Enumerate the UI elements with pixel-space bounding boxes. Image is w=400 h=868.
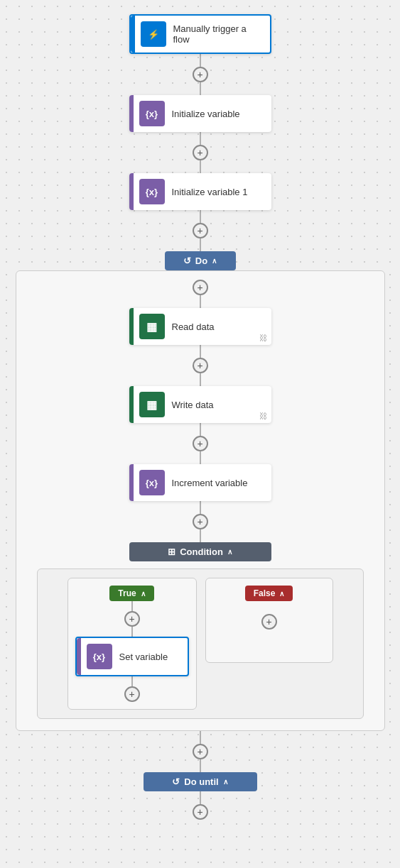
- false-label: False: [254, 588, 276, 598]
- write-data-card[interactable]: ▦ Write data ⛓: [129, 386, 271, 423]
- init-var-1-icon: {x}: [139, 179, 165, 204]
- do-loop-icon: ↺: [183, 256, 191, 266]
- true-connector-1: +: [124, 601, 140, 637]
- add-false-step-1[interactable]: +: [261, 614, 277, 630]
- true-branch-header[interactable]: True ∧: [109, 586, 153, 601]
- condition-chevron: ∧: [227, 548, 232, 556]
- read-data-link-icon: ⛓: [259, 334, 267, 342]
- connector-final: +: [193, 791, 208, 820]
- increment-var-label: Increment variable: [172, 478, 271, 488]
- set-variable-card[interactable]: {x} Set variable: [75, 637, 189, 676]
- trigger-icon: ⚡: [141, 21, 166, 47]
- connector-after-do: +: [193, 731, 208, 772]
- write-data-icon: ▦: [139, 392, 165, 417]
- set-var-accent: [77, 638, 81, 675]
- connector-3: +: [193, 210, 208, 251]
- add-do-step-1[interactable]: +: [193, 280, 208, 295]
- add-true-step-1[interactable]: +: [124, 611, 140, 627]
- trigger-accent: [131, 16, 135, 53]
- add-do-step-3[interactable]: +: [193, 436, 208, 451]
- init-variable-card[interactable]: {x} Initialize variable: [129, 95, 271, 132]
- read-data-card[interactable]: ▦ Read data ⛓: [129, 308, 271, 345]
- add-step-final[interactable]: +: [193, 804, 208, 820]
- do-block-header[interactable]: ↺ Do ∧: [165, 251, 236, 270]
- add-do-step-4[interactable]: +: [193, 514, 208, 529]
- false-branch: False ∧ +: [205, 578, 333, 663]
- do-until-icon: ↺: [172, 776, 180, 787]
- false-branch-header[interactable]: False ∧: [245, 586, 293, 601]
- do-label: Do: [195, 256, 207, 266]
- init-var-accent: [129, 95, 134, 132]
- add-step-2[interactable]: +: [193, 145, 208, 160]
- condition-icon: ⊞: [168, 546, 175, 557]
- false-connector-1: +: [261, 614, 277, 630]
- connector-1: +: [193, 54, 208, 95]
- init-var-label: Initialize variable: [172, 109, 271, 119]
- do-block-container: + ▦ Read data ⛓ + ▦ Write data ⛓: [16, 270, 385, 731]
- set-var-icon: {x}: [87, 644, 112, 669]
- do-until-header[interactable]: ↺ Do until ∧: [144, 772, 257, 791]
- do-until-chevron: ∧: [223, 778, 228, 786]
- trigger-card[interactable]: ⚡ Manually trigger a flow: [129, 14, 271, 54]
- do-connector-3: +: [193, 423, 208, 464]
- true-connector-2: +: [124, 676, 140, 702]
- write-data-accent: [129, 386, 134, 423]
- trigger-label: Manually trigger a flow: [173, 23, 270, 45]
- add-step-3[interactable]: +: [193, 223, 208, 238]
- do-connector-4: +: [193, 501, 208, 542]
- increment-var-accent: [129, 464, 134, 501]
- do-connector-1: +: [193, 280, 208, 308]
- increment-var-icon: {x}: [139, 470, 165, 495]
- init-var-icon: {x}: [139, 101, 165, 126]
- true-branch: True ∧ + {x} Set variable: [67, 578, 197, 710]
- add-step-1[interactable]: +: [193, 67, 208, 82]
- condition-label: Condition: [180, 546, 223, 557]
- connector-2: +: [193, 132, 208, 173]
- add-true-step-2[interactable]: +: [124, 686, 140, 702]
- write-data-label: Write data: [172, 400, 271, 410]
- increment-variable-card[interactable]: {x} Increment variable: [129, 464, 271, 501]
- write-data-link-icon: ⛓: [259, 412, 267, 420]
- do-until-label: Do until: [184, 776, 218, 787]
- branches-row: True ∧ + {x} Set variable: [46, 578, 355, 710]
- condition-container: True ∧ + {x} Set variable: [37, 568, 364, 719]
- init-variable-1-card[interactable]: {x} Initialize variable 1: [129, 173, 271, 210]
- init-var-1-accent: [129, 173, 134, 210]
- init-var-1-label: Initialize variable 1: [172, 187, 271, 197]
- false-chevron: ∧: [279, 590, 284, 598]
- flow-canvas: ⚡ Manually trigger a flow + {x} Initiali…: [0, 0, 400, 841]
- do-chevron: ∧: [212, 257, 217, 265]
- read-data-icon: ▦: [139, 314, 165, 339]
- add-do-step-2[interactable]: +: [193, 358, 208, 373]
- add-step-after-do[interactable]: +: [193, 744, 208, 759]
- read-data-accent: [129, 308, 134, 345]
- set-var-label: Set variable: [119, 652, 188, 662]
- true-label: True: [118, 588, 136, 598]
- read-data-label: Read data: [172, 322, 271, 332]
- condition-header[interactable]: ⊞ Condition ∧: [129, 542, 271, 561]
- true-chevron: ∧: [141, 590, 146, 598]
- do-connector-2: +: [193, 345, 208, 386]
